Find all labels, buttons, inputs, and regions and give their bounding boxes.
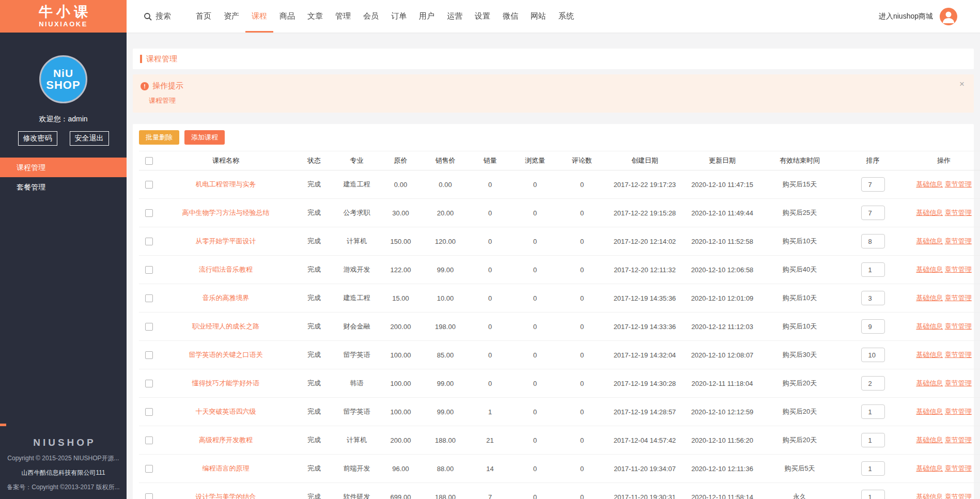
- row-checkbox[interactable]: [145, 294, 153, 302]
- sort-input[interactable]: [861, 177, 885, 192]
- batch-delete-button[interactable]: 批量删除: [139, 130, 179, 145]
- comments-cell: 0: [580, 436, 584, 444]
- course-name-link[interactable]: 留学英语的关键之口语关: [189, 351, 263, 358]
- basic-info-link[interactable]: 基础信息: [916, 379, 943, 387]
- nav-item-用户[interactable]: 用户: [413, 0, 441, 33]
- change-password-button[interactable]: 修改密码: [18, 131, 57, 146]
- course-name-link[interactable]: 十天突破英语四六级: [196, 408, 256, 415]
- updated-cell: 2020-12-11 11:18:04: [692, 380, 753, 387]
- row-checkbox[interactable]: [145, 493, 153, 499]
- basic-info-link[interactable]: 基础信息: [916, 436, 943, 444]
- row-checkbox[interactable]: [145, 209, 153, 217]
- chapter-manage-link[interactable]: 章节管理: [945, 464, 972, 472]
- sidebar-item-套餐管理[interactable]: 套餐管理: [0, 177, 127, 197]
- sidebar-item-课程管理[interactable]: 课程管理: [0, 158, 127, 177]
- nav-item-管理[interactable]: 管理: [329, 0, 357, 33]
- course-name-link[interactable]: 高级程序开发教程: [199, 436, 253, 444]
- select-all-checkbox[interactable]: [145, 157, 153, 165]
- created-cell: 2017-12-20 12:11:32: [614, 266, 676, 274]
- status-cell: 完成: [307, 408, 321, 415]
- nav-item-首页[interactable]: 首页: [190, 0, 217, 33]
- views-cell: 0: [533, 209, 537, 217]
- chapter-manage-link[interactable]: 章节管理: [945, 266, 972, 273]
- row-checkbox[interactable]: [145, 465, 153, 473]
- course-name-link[interactable]: 设计学与美学的结合: [196, 493, 256, 499]
- table-row: 职业经理人的成长之路完成财会金融200.00198.000002017-12-1…: [139, 313, 980, 341]
- row-checkbox[interactable]: [145, 238, 153, 245]
- nav-item-商品[interactable]: 商品: [273, 0, 301, 33]
- basic-info-link[interactable]: 基础信息: [916, 322, 943, 330]
- chapter-manage-link[interactable]: 章节管理: [945, 209, 972, 216]
- nav-item-微信[interactable]: 微信: [496, 0, 524, 33]
- row-checkbox[interactable]: [145, 266, 153, 274]
- sort-input[interactable]: [861, 490, 885, 499]
- chapter-manage-link[interactable]: 章节管理: [945, 408, 972, 415]
- chapter-manage-link[interactable]: 章节管理: [945, 322, 972, 330]
- row-checkbox[interactable]: [145, 380, 153, 387]
- basic-info-link[interactable]: 基础信息: [916, 408, 943, 415]
- course-name-link[interactable]: 懂得技巧才能学好外语: [192, 379, 259, 387]
- chapter-manage-link[interactable]: 章节管理: [945, 294, 972, 302]
- basic-info-link[interactable]: 基础信息: [916, 180, 943, 188]
- nav-item-课程[interactable]: 课程: [245, 0, 273, 33]
- sort-input[interactable]: [861, 404, 885, 419]
- row-checkbox[interactable]: [145, 436, 153, 444]
- nav-item-资产[interactable]: 资产: [217, 0, 245, 33]
- course-name-link[interactable]: 职业经理人的成长之路: [192, 322, 259, 330]
- course-name-link[interactable]: 音乐的高雅境界: [203, 294, 250, 302]
- basic-info-link[interactable]: 基础信息: [916, 266, 943, 273]
- chapter-manage-link[interactable]: 章节管理: [945, 180, 972, 188]
- nav-item-运营[interactable]: 运营: [441, 0, 469, 33]
- course-name-link[interactable]: 机电工程管理与实务: [196, 180, 256, 188]
- sort-input[interactable]: [861, 206, 885, 220]
- sort-input[interactable]: [861, 461, 885, 476]
- sales-cell: 7: [488, 493, 492, 499]
- basic-info-link[interactable]: 基础信息: [916, 209, 943, 216]
- row-checkbox[interactable]: [145, 351, 153, 359]
- course-name-link[interactable]: 编程语言的原理: [203, 464, 250, 472]
- sort-input[interactable]: [861, 319, 885, 334]
- row-checkbox[interactable]: [145, 408, 153, 416]
- basic-info-link[interactable]: 基础信息: [916, 351, 943, 358]
- alert-close-icon[interactable]: ×: [959, 80, 965, 88]
- chapter-manage-link[interactable]: 章节管理: [945, 379, 972, 387]
- sort-input[interactable]: [861, 291, 885, 305]
- user-avatar[interactable]: [940, 8, 957, 25]
- sort-input[interactable]: [861, 433, 885, 447]
- course-name-link[interactable]: 高中生物学习方法与经验总结: [182, 209, 270, 216]
- search-button[interactable]: 搜索: [144, 0, 171, 33]
- basic-info-link[interactable]: 基础信息: [916, 493, 943, 499]
- sale-price-cell: 99.00: [437, 380, 454, 387]
- nav-item-设置[interactable]: 设置: [469, 0, 496, 33]
- nav-item-会员[interactable]: 会员: [357, 0, 385, 33]
- chapter-manage-link[interactable]: 章节管理: [945, 436, 972, 444]
- status-cell: 完成: [307, 351, 321, 358]
- chapter-manage-link[interactable]: 章节管理: [945, 237, 972, 245]
- course-name-link[interactable]: 流行唱法音乐教程: [199, 266, 253, 273]
- table-row: 懂得技巧才能学好外语完成韩语100.0099.000002017-12-19 1…: [139, 369, 980, 398]
- course-name-link[interactable]: 从零开始学平面设计: [196, 237, 256, 245]
- basic-info-link[interactable]: 基础信息: [916, 294, 943, 302]
- alert-course-manage-link[interactable]: 课程管理: [149, 96, 176, 105]
- chapter-manage-link[interactable]: 章节管理: [945, 351, 972, 358]
- sales-cell: 14: [486, 465, 493, 473]
- chapter-manage-link[interactable]: 章节管理: [945, 493, 972, 499]
- status-cell: 完成: [307, 294, 321, 302]
- row-checkbox[interactable]: [145, 323, 153, 331]
- sort-input[interactable]: [861, 376, 885, 391]
- store-link[interactable]: 进入niushop商城: [879, 12, 933, 21]
- row-actions: 基础信息 章节管理: [915, 264, 973, 275]
- sort-input[interactable]: [861, 348, 885, 362]
- sort-input[interactable]: [861, 262, 885, 277]
- nav-item-文章[interactable]: 文章: [301, 0, 329, 33]
- basic-info-link[interactable]: 基础信息: [916, 464, 943, 472]
- nav-item-订单[interactable]: 订单: [385, 0, 413, 33]
- basic-info-link[interactable]: 基础信息: [916, 237, 943, 245]
- add-course-button[interactable]: 添加课程: [184, 130, 225, 145]
- sort-input[interactable]: [861, 234, 885, 248]
- logout-button[interactable]: 安全退出: [70, 131, 109, 146]
- row-checkbox[interactable]: [145, 181, 153, 189]
- nav-item-系统[interactable]: 系统: [552, 0, 580, 33]
- major-cell: 财会金融: [344, 322, 370, 330]
- nav-item-网站[interactable]: 网站: [524, 0, 552, 33]
